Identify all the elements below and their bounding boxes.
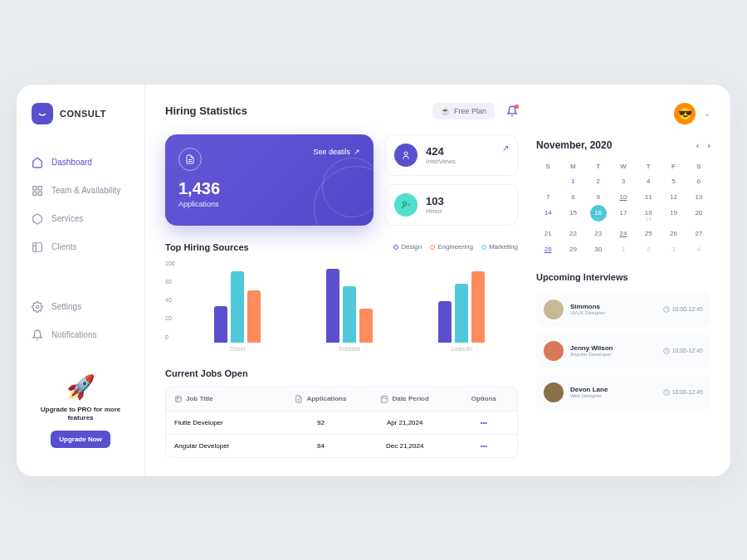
calendar-day[interactable]: 2 <box>637 241 660 257</box>
jobs-table: Job TitleApplicationsDate PeriodOptions … <box>165 387 518 458</box>
legend-marketing[interactable]: Marketing <box>481 243 518 251</box>
brand-text: CONSULT <box>60 109 106 119</box>
calendar-day[interactable]: 13 <box>687 189 710 205</box>
nav-settings[interactable]: Settings <box>17 294 144 320</box>
calendar-day[interactable]: 25 <box>637 226 660 241</box>
nav-services[interactable]: Services <box>17 206 144 232</box>
calendar-day[interactable]: 12 <box>662 189 685 205</box>
calendar-day[interactable] <box>536 173 559 189</box>
calendar-day[interactable]: 10 <box>612 189 635 205</box>
calendar-day[interactable]: 6 <box>687 173 710 189</box>
document-icon <box>178 148 202 171</box>
bar-linkedin-engineering <box>471 271 485 343</box>
calendar-day[interactable]: 3 <box>662 241 685 257</box>
col-date-period: Date Period <box>359 387 451 411</box>
svg-rect-8 <box>176 396 182 402</box>
calendar-day[interactable]: 1 <box>561 173 584 189</box>
bar-dribbble-marketing <box>343 286 356 343</box>
calendar-day[interactable]: 20 <box>687 205 710 226</box>
legend-design[interactable]: Design <box>393 243 422 251</box>
calendar-day[interactable]: 11 <box>637 189 660 205</box>
calendar-day[interactable]: 24 <box>612 226 635 241</box>
calendar-day[interactable]: 23 <box>587 226 610 241</box>
calendar-day[interactable]: 16 <box>590 205 607 222</box>
calendar-day[interactable]: 17 <box>612 205 635 226</box>
hired-card[interactable]: 103 Hired <box>385 184 518 226</box>
box-icon <box>32 213 43 225</box>
clock-icon <box>663 306 670 313</box>
calendar-day[interactable]: 14 <box>536 205 559 226</box>
avatar <box>544 299 564 319</box>
rocket-icon: 🚀 <box>38 373 123 401</box>
calendar-day[interactable]: 21 <box>536 226 559 241</box>
home-icon <box>32 157 43 168</box>
calendar-day[interactable]: 1 <box>612 241 635 257</box>
upgrade-button[interactable]: Upgrade Now <box>51 431 110 448</box>
calendar-day[interactable]: 9 <box>587 189 610 205</box>
interviews-card[interactable]: 424 Interviews ↗ <box>385 134 518 176</box>
coffee-icon: ☕ <box>441 107 450 115</box>
calendar-day[interactable]: 3 <box>612 173 635 189</box>
table-row[interactable]: Flutte Developer92Apr 21,2024••• <box>166 411 517 435</box>
promo-text: Upgrade to PRO for more features <box>38 406 123 423</box>
calendar-day[interactable]: 4 <box>687 241 710 257</box>
expand-icon[interactable]: ↗ <box>502 144 509 153</box>
calendar-prev[interactable]: ‹ <box>696 140 700 150</box>
calendar-day[interactable]: 22 <box>561 226 584 241</box>
calendar-day[interactable]: 19 <box>662 205 685 226</box>
col-options: Options <box>451 387 517 411</box>
nav-clients[interactable]: Clients <box>17 234 144 261</box>
bar-dribbble-design <box>326 269 339 342</box>
calendar-day[interactable]: 28 <box>536 241 559 257</box>
calendar-month: November, 2020 <box>536 139 612 151</box>
applications-label: Applications <box>178 200 360 208</box>
jobs-title: Current Jobs Open <box>165 368 518 378</box>
svg-rect-2 <box>38 192 42 195</box>
calendar-day[interactable]: 30 <box>587 241 610 257</box>
calendar-day[interactable]: 15 <box>561 205 584 226</box>
svg-point-7 <box>403 202 407 205</box>
upcoming-title: Upcoming Interviews <box>536 272 710 282</box>
nav-team-availability[interactable]: Team & Availability <box>17 178 144 204</box>
calendar-next[interactable]: › <box>707 140 710 150</box>
calendar-day[interactable]: 2 <box>587 173 610 189</box>
table-row[interactable]: Angular Developer84Dec 21,2024••• <box>166 435 517 457</box>
applications-card[interactable]: See deatils↗ 1,436 Applications <box>165 134 374 226</box>
row-options[interactable]: ••• <box>451 411 517 434</box>
svg-rect-1 <box>38 186 42 189</box>
nav-notifications[interactable]: Notifications <box>17 322 144 348</box>
calendar-day[interactable]: 27 <box>687 226 710 241</box>
calendar-day[interactable]: 29 <box>561 241 584 257</box>
bar-linkedin-marketing <box>455 284 468 342</box>
interview-item[interactable]: Jenny WilsonAngular Developer10:00-12:45 <box>536 334 710 368</box>
grid-icon <box>32 185 43 197</box>
calendar-day[interactable]: 4 <box>637 173 660 189</box>
legend-engineering[interactable]: Engineering <box>430 243 473 251</box>
gear-icon <box>32 301 43 313</box>
svg-rect-9 <box>382 396 388 402</box>
interview-item[interactable]: SimmonsUI/UX Designer10:00-12:45 <box>536 292 710 327</box>
plan-badge[interactable]: ☕ Free Plan <box>432 103 495 119</box>
svg-rect-4 <box>33 242 42 251</box>
calendar-day[interactable]: 5 <box>662 173 685 189</box>
col-job-title: Job Title <box>166 387 282 411</box>
chevron-down-icon[interactable]: ⌄ <box>704 109 710 118</box>
row-options[interactable]: ••• <box>451 435 517 457</box>
logo[interactable]: CONSULT <box>17 103 144 141</box>
nav-dashboard[interactable]: Dashboard <box>17 149 144 176</box>
calendar-day[interactable]: 18 <box>637 205 660 226</box>
svg-rect-0 <box>33 186 37 189</box>
avatar <box>544 382 564 402</box>
bell-icon <box>32 329 43 341</box>
upgrade-promo: 🚀 Upgrade to PRO for more features Upgra… <box>28 363 133 458</box>
applications-count: 1,436 <box>178 179 360 198</box>
bar-direct-engineering <box>247 290 261 343</box>
user-avatar[interactable]: 😎 <box>674 103 696 124</box>
avatar <box>544 341 564 361</box>
calendar-day[interactable]: 8 <box>561 189 584 205</box>
notifications-button[interactable] <box>506 105 518 117</box>
calendar-day[interactable]: 7 <box>536 189 559 205</box>
interview-item[interactable]: Devon LaneWeb Designer10:00-12:45 <box>536 375 710 410</box>
calendar-day[interactable]: 26 <box>662 226 685 241</box>
see-details-link[interactable]: See deatils↗ <box>313 148 360 156</box>
